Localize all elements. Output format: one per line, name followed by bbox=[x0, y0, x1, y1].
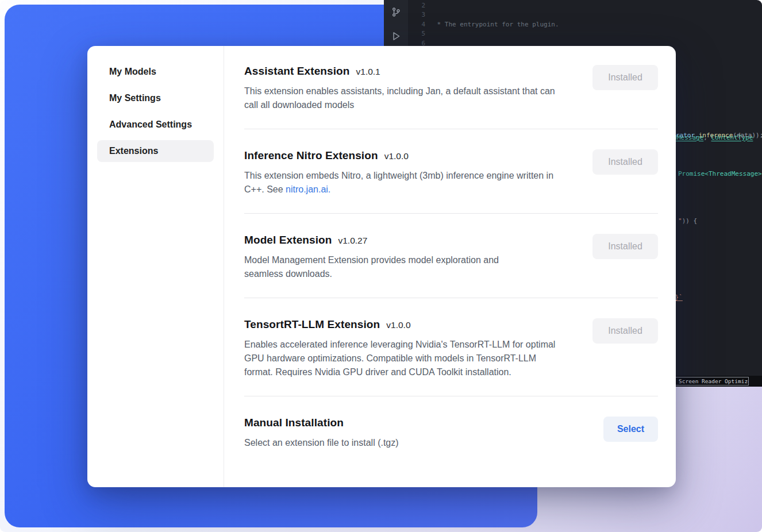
extension-description: This extension embeds Nitro, a lightweig… bbox=[244, 169, 557, 196]
sidebar-item-advanced-settings[interactable]: Advanced Settings bbox=[97, 114, 214, 136]
extension-info: TensortRT-LLM Extension v1.0.0 Enables a… bbox=[244, 318, 557, 379]
extension-row-assistant: Assistant Extension v1.0.1 This extensio… bbox=[244, 65, 658, 129]
code-comment: * The entrypoint for the plugin. bbox=[433, 21, 559, 28]
installed-button[interactable]: Installed bbox=[592, 65, 658, 90]
manual-installation-description: Select an extension file to install (.tg… bbox=[244, 436, 399, 450]
page: 2 3 4 5 6 * The entrypoint for the plugi… bbox=[0, 0, 762, 532]
extension-title: Model Extension bbox=[244, 234, 332, 246]
manual-installation-title: Manual Installation bbox=[244, 417, 344, 429]
extension-version: v1.0.1 bbox=[356, 67, 380, 77]
extension-row-model: Model Extension v1.0.27 Model Management… bbox=[244, 234, 658, 298]
extension-row-nitro: Inference Nitro Extension v1.0.0 This ex… bbox=[244, 149, 658, 214]
extension-title: Assistant Extension bbox=[244, 65, 350, 78]
installed-button[interactable]: Installed bbox=[592, 149, 658, 175]
manual-installation-row: Manual Installation Select an extension … bbox=[244, 417, 658, 467]
extension-title: Inference Nitro Extension bbox=[244, 149, 378, 162]
extension-version: v1.0.0 bbox=[384, 151, 409, 161]
code-fragment-inference: rator.inference(data)); bbox=[676, 132, 762, 139]
extension-description: Enables accelerated inference leveraging… bbox=[244, 338, 557, 379]
code-fragment-promise: Promise<ThreadMessage> bbox=[678, 170, 762, 178]
extension-row-tensorrt: TensortRT-LLM Extension v1.0.0 Enables a… bbox=[244, 318, 658, 396]
extension-info: Manual Installation Select an extension … bbox=[244, 417, 399, 450]
settings-sidebar: My Models My Settings Advanced Settings … bbox=[87, 46, 224, 487]
settings-modal: My Models My Settings Advanced Settings … bbox=[87, 46, 676, 487]
extension-version: v1.0.0 bbox=[386, 320, 410, 330]
nitro-jan-ai-link[interactable]: nitro.jan.ai. bbox=[286, 184, 330, 194]
extensions-panel: Assistant Extension v1.0.1 This extensio… bbox=[224, 46, 676, 487]
extension-version: v1.0.27 bbox=[338, 236, 367, 246]
line-numbers: 2 3 4 5 6 bbox=[409, 1, 425, 48]
extension-title: TensortRT-LLM Extension bbox=[244, 318, 380, 331]
installed-button[interactable]: Installed bbox=[592, 318, 658, 344]
extension-info: Inference Nitro Extension v1.0.0 This ex… bbox=[244, 149, 557, 196]
extension-info: Assistant Extension v1.0.1 This extensio… bbox=[244, 65, 557, 112]
source-control-icon bbox=[391, 7, 401, 17]
run-debug-icon bbox=[391, 31, 401, 41]
code-fragment-brace: ")) { bbox=[678, 217, 697, 225]
extension-description: This extension enables assistants, inclu… bbox=[244, 84, 557, 112]
sidebar-item-extensions[interactable]: Extensions bbox=[97, 140, 214, 162]
select-file-button[interactable]: Select bbox=[603, 417, 658, 442]
sidebar-item-my-settings[interactable]: My Settings bbox=[97, 87, 214, 109]
sidebar-item-my-models[interactable]: My Models bbox=[97, 61, 214, 83]
extension-info: Model Extension v1.0.27 Model Management… bbox=[244, 234, 514, 281]
screen-reader-badge: Screen Reader Optimized bbox=[675, 377, 749, 385]
extension-description: Model Management Extension provides mode… bbox=[244, 253, 514, 281]
installed-button[interactable]: Installed bbox=[592, 234, 658, 259]
